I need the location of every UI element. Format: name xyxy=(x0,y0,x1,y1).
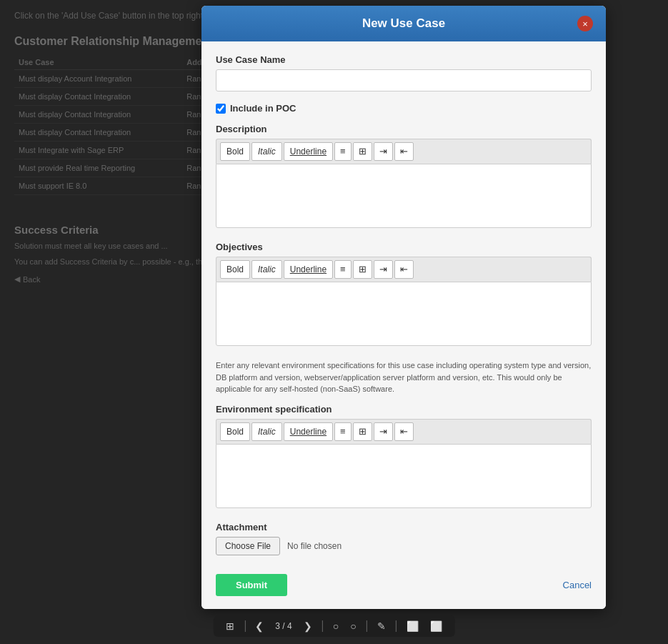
toolbar-separator-4 xyxy=(396,620,397,632)
objectives-label: Objectives xyxy=(216,242,592,252)
objectives-outdent-btn[interactable]: ⇤ xyxy=(394,260,414,279)
objectives-underline-btn[interactable]: Underline xyxy=(284,260,333,279)
no-file-text: No file chosen xyxy=(287,541,342,551)
objectives-editor[interactable] xyxy=(216,282,592,346)
objectives-bold-btn[interactable]: Bold xyxy=(220,260,250,279)
toolbar-grid-btn[interactable]: ⊞ xyxy=(223,620,237,633)
objectives-indent-btn[interactable]: ⇥ xyxy=(374,260,393,279)
toolbar-box2-btn[interactable]: ⬜ xyxy=(427,620,445,633)
toolbar-box1-btn[interactable]: ⬜ xyxy=(404,620,422,633)
description-group: Description Bold Italic Underline ≡ ⊞ ⇥ … xyxy=(216,124,592,230)
choose-file-button[interactable]: Choose File xyxy=(216,537,280,555)
description-label: Description xyxy=(216,124,592,134)
include-poc-checkbox[interactable] xyxy=(216,104,226,114)
env-spec-label: Environment specification xyxy=(216,404,592,415)
description-toolbar: Bold Italic Underline ≡ ⊞ ⇥ ⇤ xyxy=(216,139,592,164)
attachment-label: Attachment xyxy=(216,522,592,532)
use-case-name-label: Use Case Name xyxy=(216,54,592,65)
toolbar-next-btn[interactable]: ❯ xyxy=(301,620,315,633)
toolbar-separator-2 xyxy=(322,620,323,632)
cancel-button[interactable]: Cancel xyxy=(563,580,592,590)
toolbar-circle1-btn[interactable]: ○ xyxy=(330,620,342,633)
env-grid-btn[interactable]: ⊞ xyxy=(353,422,372,441)
objectives-italic-btn[interactable]: Italic xyxy=(251,260,282,279)
description-italic-btn[interactable]: Italic xyxy=(251,142,282,161)
attachment-row: Choose File No file chosen xyxy=(216,537,592,555)
page-toolbar: ⊞ ❮ 3 / 4 ❯ ○ ○ ✎ ⬜ ⬜ xyxy=(213,615,454,637)
attachment-group: Attachment Choose File No file chosen xyxy=(216,522,592,555)
modal-body: Use Case Name Include in POC Description… xyxy=(201,41,606,609)
toolbar-circle2-btn[interactable]: ○ xyxy=(347,620,359,633)
toolbar-separator-1 xyxy=(244,620,245,632)
env-spec-editor[interactable] xyxy=(216,444,592,508)
new-use-case-modal: New Use Case × Use Case Name Include in … xyxy=(201,6,606,609)
env-list-btn[interactable]: ≡ xyxy=(334,422,352,441)
objectives-group: Objectives Bold Italic Underline ≡ ⊞ ⇥ ⇤ xyxy=(216,242,592,348)
toolbar-prev-btn[interactable]: ❮ xyxy=(252,620,266,633)
env-outdent-btn[interactable]: ⇤ xyxy=(394,422,414,441)
modal-close-button[interactable]: × xyxy=(577,16,593,31)
description-editor[interactable] xyxy=(216,164,592,228)
include-poc-row: Include in POC xyxy=(216,103,592,114)
modal-header: New Use Case × xyxy=(201,6,606,41)
toolbar-separator-3 xyxy=(367,620,367,632)
description-underline-btn[interactable]: Underline xyxy=(284,142,333,161)
submit-button[interactable]: Submit xyxy=(216,574,287,596)
env-spec-toolbar: Bold Italic Underline ≡ ⊞ ⇥ ⇤ xyxy=(216,419,592,444)
description-list-btn[interactable]: ≡ xyxy=(334,142,352,161)
use-case-name-group: Use Case Name xyxy=(216,54,592,91)
description-bold-btn[interactable]: Bold xyxy=(220,142,250,161)
use-case-name-input[interactable] xyxy=(216,69,592,91)
description-grid-btn[interactable]: ⊞ xyxy=(353,142,372,161)
page-indicator: 3 / 4 xyxy=(272,621,294,631)
description-indent-btn[interactable]: ⇥ xyxy=(374,142,393,161)
env-info-text: Enter any relevant environment specifica… xyxy=(216,360,592,395)
env-bold-btn[interactable]: Bold xyxy=(220,422,250,441)
objectives-grid-btn[interactable]: ⊞ xyxy=(353,260,372,279)
modal-footer: Submit Cancel xyxy=(216,567,592,596)
description-outdent-btn[interactable]: ⇤ xyxy=(394,142,414,161)
env-underline-btn[interactable]: Underline xyxy=(284,422,333,441)
objectives-list-btn[interactable]: ≡ xyxy=(334,260,352,279)
toolbar-pencil-btn[interactable]: ✎ xyxy=(374,620,389,633)
env-spec-group: Environment specification Bold Italic Un… xyxy=(216,404,592,510)
env-italic-btn[interactable]: Italic xyxy=(251,422,282,441)
env-indent-btn[interactable]: ⇥ xyxy=(374,422,393,441)
modal-title: New Use Case xyxy=(230,16,577,31)
objectives-toolbar: Bold Italic Underline ≡ ⊞ ⇥ ⇤ xyxy=(216,257,592,282)
include-poc-label: Include in POC xyxy=(230,103,296,114)
